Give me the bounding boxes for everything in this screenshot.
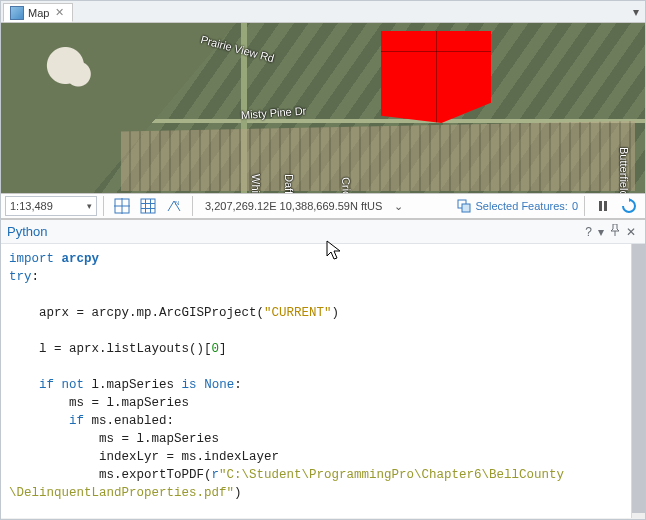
- selected-features-readout[interactable]: Selected Features: 0: [456, 198, 578, 214]
- refresh-button[interactable]: [617, 195, 641, 217]
- road-label: Butterfield Dr: [618, 147, 630, 193]
- road-label: Cricket Dr: [340, 177, 354, 193]
- selected-features-label: Selected Features:: [476, 200, 568, 212]
- scale-input[interactable]: 1:13,489 ▾: [5, 196, 97, 216]
- svg-rect-3: [141, 199, 155, 213]
- map-tab[interactable]: Map ✕: [3, 3, 73, 22]
- python-panel: Python ? ▾ ✕ import arcpy try: aprx = ar…: [1, 219, 645, 518]
- highlighted-parcel: [381, 31, 491, 123]
- map-tab-icon: [10, 6, 24, 20]
- selection-icon: [456, 198, 472, 214]
- close-icon[interactable]: ✕: [623, 225, 639, 239]
- dynamic-constraints-button[interactable]: N: [162, 195, 186, 217]
- svg-rect-10: [462, 204, 470, 212]
- python-panel-header: Python ? ▾ ✕: [1, 220, 645, 244]
- coordinates-menu-icon[interactable]: ⌄: [390, 200, 407, 213]
- map-tab-label: Map: [28, 7, 49, 19]
- tab-bar: Map ✕ ▾: [1, 1, 645, 23]
- snap-tool-button[interactable]: [110, 195, 134, 217]
- vertical-scrollbar[interactable]: [631, 244, 645, 518]
- menu-caret-icon[interactable]: ▾: [595, 225, 607, 239]
- svg-rect-11: [599, 201, 602, 211]
- close-icon[interactable]: ✕: [53, 6, 66, 19]
- coordinates-readout: 3,207,269.12E 10,388,669.59N ftUS: [199, 200, 388, 212]
- aerial-houses: [121, 121, 635, 191]
- help-icon[interactable]: ?: [582, 225, 595, 239]
- scale-value: 1:13,489: [10, 200, 53, 212]
- chevron-down-icon[interactable]: ▾: [87, 201, 92, 211]
- svg-text:N: N: [175, 200, 179, 206]
- python-panel-title: Python: [7, 224, 47, 239]
- svg-rect-12: [604, 201, 607, 211]
- tab-bar-menu-icon[interactable]: ▾: [627, 1, 645, 22]
- python-code-editor[interactable]: import arcpy try: aprx = arcpy.mp.ArcGIS…: [1, 244, 631, 518]
- scrollbar-thumb[interactable]: [632, 244, 645, 513]
- map-view[interactable]: Prairie View Rd Misty Pine Dr Whistle St…: [1, 23, 645, 193]
- map-status-bar: 1:13,489 ▾ N 3,207,269.12E 10,388,669.59…: [1, 193, 645, 219]
- grid-tool-button[interactable]: [136, 195, 160, 217]
- selected-features-count: 0: [572, 200, 578, 212]
- road-label: Whistle Stop Dr: [250, 174, 262, 193]
- road-label: Daffodil Dr: [283, 174, 295, 193]
- pause-drawing-button[interactable]: [591, 195, 615, 217]
- pin-icon[interactable]: [607, 224, 623, 239]
